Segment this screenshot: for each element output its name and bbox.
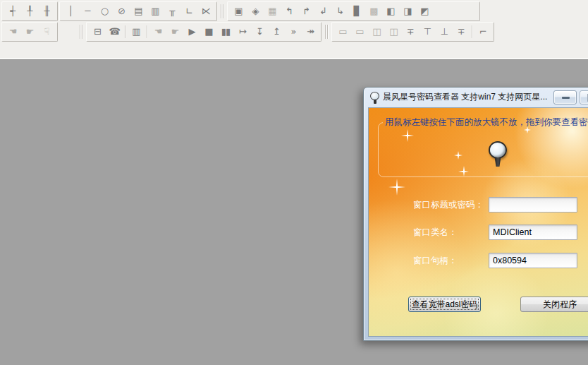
panel-x-icon[interactable]: ◨ [399, 4, 416, 19]
terminal-4-icon[interactable]: ◫ [385, 24, 402, 40]
toolbar-separator [125, 25, 125, 38]
window-title-password-label: 窗口标题或密码： [413, 199, 484, 211]
drag-page-3-icon[interactable]: ☟ [38, 24, 55, 40]
component-horizontal-icon[interactable]: ▤ [130, 4, 147, 19]
toolbar-group: ▣◈▦↰↱↲↳▊▩◧◨◩ [227, 1, 480, 21]
report-icon[interactable]: ▥ [128, 24, 145, 40]
toolbar-drag-handle[interactable] [325, 25, 329, 39]
modem-icon[interactable]: ☎ [106, 24, 123, 40]
view-adsl-password-button[interactable]: 查看宽带adsl密码 [408, 297, 481, 312]
corner-tool-icon[interactable]: ∟ [180, 4, 197, 19]
window-client-area: 用鼠标左键按住下面的放大镜不放，拖到你要查看密码的 窗口标题或密码： 窗口类名：… [368, 107, 588, 337]
probe-1-icon[interactable]: ┽ [4, 4, 21, 19]
line-icon[interactable]: ─ [79, 4, 96, 19]
layers-icon[interactable]: ◈ [247, 4, 264, 19]
step-out-icon[interactable]: ↥ [268, 24, 285, 40]
draggable-magnifier-icon[interactable] [489, 141, 507, 168]
window-handle-label: 窗口句柄： [413, 255, 458, 267]
toolbar-group: ☚☛☟ [1, 22, 58, 42]
instruction-text: 用鼠标左键按住下面的放大镜不放，拖到你要查看密码的 [383, 116, 588, 128]
sparkle-decoration [388, 179, 405, 196]
toolbar-group: ⊟☎▥☚☛▶■▮▮↦↧↥»↠ [86, 22, 321, 42]
window-handle-input[interactable] [489, 253, 577, 268]
pan-hand-left-icon[interactable]: ☚ [149, 24, 166, 40]
component-vertical-icon[interactable]: ▥ [147, 4, 164, 19]
save-icon[interactable]: ⊟ [89, 24, 106, 40]
terminal-1-icon[interactable]: ▭ [334, 24, 351, 40]
toolbar-separator [147, 25, 147, 38]
signal-2-icon[interactable]: ⊤ [419, 24, 436, 40]
window-titlebar[interactable]: 晨风星号密码查看器 支持win7 支持网页星... [364, 88, 588, 107]
magnifier-icon [370, 92, 379, 104]
instruction-groupbox: 用鼠标左键按住下面的放大镜不放，拖到你要查看密码的 [378, 116, 588, 177]
import-check-icon[interactable]: ↲ [314, 4, 331, 19]
window-title-password-input[interactable] [489, 197, 577, 213]
truck-icon[interactable]: ▩ [365, 4, 382, 19]
toolbar-row-2: ☚☛☟⊟☎▥☚☛▶■▮▮↦↧↥»↠▭▭◫◫∓⊤⊥∓⌐ [1, 22, 496, 42]
toolbar-row-1: ┽╀╫│─○⊘▤▥╥∟⋉▣◈▦↰↱↲↳▊▩◧◨◩ [1, 1, 482, 21]
step-into-icon[interactable]: ↧ [251, 24, 268, 40]
toolbar-group: │─○⊘▤▥╥∟⋉ [59, 1, 217, 21]
play-icon[interactable]: ▶ [183, 24, 200, 40]
panel-check-icon[interactable]: ◩ [416, 4, 433, 19]
signal-1-icon[interactable]: ∓ [402, 24, 419, 40]
grid-icon[interactable]: ▦ [264, 4, 281, 19]
toolbar-drag-handle[interactable] [221, 4, 225, 18]
drag-page-1-icon[interactable]: ☚ [4, 24, 21, 40]
window-title: 晨风星号密码查看器 支持win7 支持网页星... [383, 91, 547, 103]
probe-3-icon[interactable]: ╫ [38, 4, 55, 19]
window-class-input[interactable] [489, 225, 577, 240]
minimize-icon [562, 97, 570, 99]
paste-special-icon[interactable]: ▣ [230, 4, 247, 19]
import-z-icon[interactable]: ↰ [281, 4, 298, 19]
toolbar-group: ┽╀╫ [1, 1, 58, 21]
window-class-label: 窗口类名： [413, 227, 458, 239]
minimize-button[interactable] [553, 90, 577, 104]
wire-corner-icon[interactable]: ⌐ [474, 24, 491, 40]
drag-page-2-icon[interactable]: ☛ [21, 24, 38, 40]
pan-hand-right-icon[interactable]: ☛ [166, 24, 183, 40]
socket-icon[interactable]: ╥ [164, 4, 180, 19]
password-viewer-window: 晨风星号密码查看器 支持win7 支持网页星... 用鼠标左键按住下面的放大镜不… [363, 87, 588, 341]
toolbar-gap [59, 23, 78, 41]
panel-z-icon[interactable]: ◧ [382, 4, 399, 19]
run-to-end-icon[interactable]: ↠ [302, 24, 319, 40]
terminal-3-icon[interactable]: ◫ [368, 24, 385, 40]
color-list-icon[interactable]: ▊ [348, 4, 365, 19]
circle-icon[interactable]: ○ [96, 4, 113, 19]
toolbar-separator [472, 25, 472, 38]
import-x-icon[interactable]: ↱ [298, 4, 314, 19]
import-minus-icon[interactable]: ↳ [331, 4, 348, 19]
cutter-icon[interactable]: ⋉ [197, 4, 214, 19]
stop-icon[interactable]: ■ [200, 24, 217, 40]
probe-2-icon[interactable]: ╀ [21, 4, 38, 19]
maximize-button[interactable] [580, 90, 588, 104]
step-over-icon[interactable]: ↦ [234, 24, 251, 40]
no-connect-icon[interactable]: ⊘ [113, 4, 130, 19]
toolbar-group: ▭▭◫◫∓⊤⊥∓⌐ [331, 22, 494, 42]
toolbar-drag-handle[interactable] [80, 25, 84, 39]
close-program-button[interactable]: 关闭程序 [520, 297, 588, 312]
fast-forward-icon[interactable]: » [285, 24, 302, 40]
signal-3-icon[interactable]: ⊥ [436, 24, 453, 40]
junction-icon[interactable]: │ [62, 4, 79, 19]
terminal-2-icon[interactable]: ▭ [351, 24, 368, 40]
signal-4-icon[interactable]: ∓ [453, 24, 470, 40]
toolbar-area: ┽╀╫│─○⊘▤▥╥∟⋉▣◈▦↰↱↲↳▊▩◧◨◩ ☚☛☟⊟☎▥☚☛▶■▮▮↦↧↥… [0, 0, 588, 60]
pause-icon[interactable]: ▮▮ [217, 24, 234, 40]
